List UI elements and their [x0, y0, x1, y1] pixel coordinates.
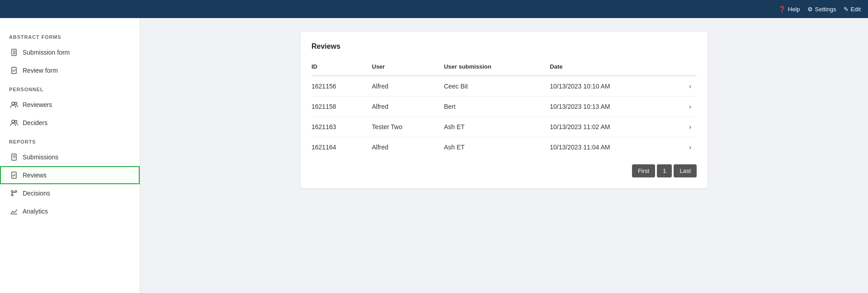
table-row[interactable]: 1621156 Alfred Ceec Bit 10/13/2023 10:10… [311, 76, 697, 97]
settings-button[interactable]: ⚙ Settings [807, 6, 836, 13]
personnel-title: PERSONNEL [0, 79, 140, 96]
last-page-button[interactable]: Last [674, 164, 697, 177]
sidebar-item-decisions[interactable]: Decisions [0, 184, 140, 202]
help-label: Help [788, 6, 800, 13]
chart-icon [10, 207, 18, 215]
col-date: Date [550, 60, 681, 76]
edit-icon: ✎ [844, 6, 849, 13]
reviews-card: Reviews ID User User submission Date 162… [301, 32, 708, 188]
settings-label: Settings [815, 6, 836, 13]
cell-submission: Bert [444, 97, 550, 117]
sidebar-item-deciders[interactable]: Deciders [0, 114, 140, 132]
decisions-label: Decisions [23, 190, 50, 197]
review-form-label: Review form [23, 67, 58, 74]
cell-date: 10/13/2023 11:02 AM [550, 117, 681, 137]
doc-icon [10, 48, 18, 56]
cell-user: Alfred [372, 76, 444, 97]
reviews-table: ID User User submission Date 1621156 Alf… [311, 60, 697, 157]
sidebar-item-submissions[interactable]: Submissions [0, 148, 140, 166]
sidebar-item-reviews[interactable]: Reviews [0, 166, 140, 184]
table-row[interactable]: 1621158 Alfred Bert 10/13/2023 10:13 AM … [311, 97, 697, 117]
submissions-icon [10, 153, 18, 161]
reviews-icon [10, 171, 18, 179]
page-1-button[interactable]: 1 [657, 164, 672, 177]
abstract-forms-title: ABSTRACT FORMS [0, 27, 140, 43]
row-chevron[interactable]: › [682, 117, 697, 137]
cell-date: 10/13/2023 11:04 AM [550, 137, 681, 158]
cell-id: 1621164 [311, 137, 372, 158]
main-content: Reviews ID User User submission Date 162… [140, 18, 868, 293]
reviews-label: Reviews [23, 172, 47, 179]
table-row[interactable]: 1621164 Alfred Ash ET 10/13/2023 11:04 A… [311, 137, 697, 158]
cell-date: 10/13/2023 10:13 AM [550, 97, 681, 117]
card-title: Reviews [311, 42, 697, 51]
first-page-button[interactable]: First [632, 164, 655, 177]
check-doc-icon [10, 66, 18, 74]
analytics-label: Analytics [23, 208, 48, 215]
settings-icon: ⚙ [807, 6, 813, 13]
edit-button[interactable]: ✎ Edit [844, 6, 861, 13]
svg-point-5 [12, 102, 14, 105]
branch-icon [10, 189, 18, 197]
col-user: User [372, 60, 444, 76]
people-icon [10, 101, 18, 109]
svg-point-15 [11, 194, 13, 196]
cell-id: 1621158 [311, 97, 372, 117]
col-action [682, 60, 697, 76]
svg-point-7 [12, 120, 14, 123]
cell-id: 1621156 [311, 76, 372, 97]
top-bar: ❓ Help ⚙ Settings ✎ Edit [0, 0, 868, 18]
sidebar: ABSTRACT FORMS Submission form Review fo… [0, 18, 140, 293]
sidebar-item-analytics[interactable]: Analytics [0, 202, 140, 220]
col-submission: User submission [444, 60, 550, 76]
row-chevron[interactable]: › [682, 97, 697, 117]
people2-icon [10, 119, 18, 127]
deciders-label: Deciders [23, 119, 47, 126]
cell-date: 10/13/2023 10:10 AM [550, 76, 681, 97]
submissions-label: Submissions [23, 153, 58, 161]
cell-user: Alfred [372, 137, 444, 158]
sidebar-item-submission-form[interactable]: Submission form [0, 43, 140, 61]
edit-label: Edit [851, 6, 861, 13]
reviewers-label: Reviewers [23, 101, 52, 108]
cell-user: Tester Two [372, 117, 444, 137]
cell-user: Alfred [372, 97, 444, 117]
col-id: ID [311, 60, 372, 76]
table-row[interactable]: 1621163 Tester Two Ash ET 10/13/2023 11:… [311, 117, 697, 137]
pagination: First 1 Last [311, 164, 697, 177]
help-button[interactable]: ❓ Help [778, 6, 800, 13]
cell-submission: Ash ET [444, 117, 550, 137]
row-chevron[interactable]: › [682, 76, 697, 97]
svg-point-8 [15, 121, 17, 123]
reports-title: REPORTS [0, 132, 140, 148]
svg-point-6 [15, 102, 17, 105]
help-icon: ❓ [778, 6, 786, 13]
submission-form-label: Submission form [23, 49, 70, 56]
layout: ABSTRACT FORMS Submission form Review fo… [0, 18, 868, 293]
sidebar-item-review-form[interactable]: Review form [0, 61, 140, 79]
row-chevron[interactable]: › [682, 137, 697, 158]
cell-submission: Ceec Bit [444, 76, 550, 97]
cell-id: 1621163 [311, 117, 372, 137]
cell-submission: Ash ET [444, 137, 550, 158]
sidebar-item-reviewers[interactable]: Reviewers [0, 96, 140, 114]
